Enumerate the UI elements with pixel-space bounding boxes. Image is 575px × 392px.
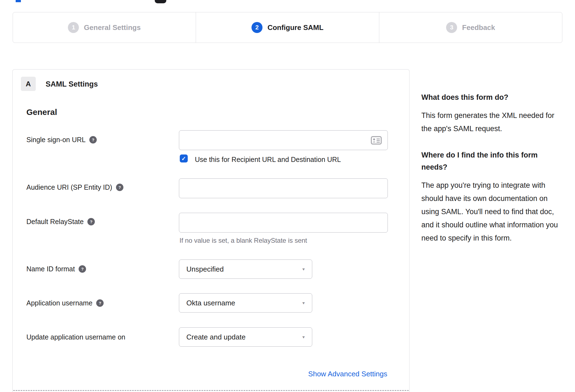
group-title-general: General [26,107,57,117]
help-question-title: Where do I find the info this form needs… [421,149,561,173]
contact-card-icon [371,136,382,146]
checkmark-icon: ✓ [181,155,186,162]
relaystate-hint: If no value is set, a blank RelayState i… [179,237,307,244]
help-icon[interactable]: ? [87,218,95,225]
default-relaystate-label: Default RelayState ? [26,218,95,226]
show-advanced-settings-link[interactable]: Show Advanced Settings [308,370,387,378]
single-sign-on-url-input[interactable] [179,130,388,150]
step-feedback[interactable]: 3 Feedback [379,12,562,43]
field-label-text: Application username [26,299,92,307]
help-icon[interactable]: ? [96,299,104,307]
field-label-text: Single sign-on URL [26,136,85,144]
help-icon[interactable]: ? [89,136,97,143]
field-label-text: Default RelayState [26,218,84,226]
application-username-select[interactable]: Okta username ▼ [179,293,312,313]
audience-uri-input[interactable] [179,178,388,198]
application-username-label: Application username ? [26,299,104,307]
section-divider [13,390,409,391]
chevron-down-icon: ▼ [302,267,306,271]
select-value: Okta username [186,299,235,307]
audience-uri-field [179,178,388,198]
field-label-text: Update application username on [26,333,125,341]
help-question-body: The app you're trying to integrate with … [421,179,561,245]
single-sign-on-url-field [179,130,388,150]
help-icon[interactable]: ? [116,184,123,191]
wizard-stepper: 1 General Settings 2 Configure SAML 3 Fe… [13,12,562,43]
panel-title: SAML Settings [46,80,98,89]
update-username-label: Update application username on [26,333,125,341]
step-label: Feedback [462,23,495,32]
field-label-text: Audience URI (SP Entity ID) [26,183,112,191]
chevron-down-icon: ▼ [302,335,306,339]
step-number-badge: 1 [68,22,79,33]
help-question-body: This form generates the XML needed for t… [421,109,561,135]
select-value: Create and update [186,333,245,341]
audience-uri-label: Audience URI (SP Entity ID) ? [26,183,123,191]
single-sign-on-url-label: Single sign-on URL ? [26,136,97,144]
select-value: Unspecified [186,265,224,274]
saml-settings-panel: A SAML Settings General Single sign-on U… [12,69,410,392]
recipient-url-checkbox[interactable]: ✓ [180,154,188,162]
field-label-text: Name ID format [26,265,75,273]
step-general-settings[interactable]: 1 General Settings [13,12,196,43]
help-sidebar: What does this form do? This form genera… [421,91,561,245]
logo-fragment-icon [16,0,21,2]
recipient-url-checkbox-label[interactable]: Use this for Recipient URL and Destinati… [195,156,341,164]
step-label: General Settings [84,23,141,32]
default-relaystate-input[interactable] [179,213,388,233]
update-username-select[interactable]: Create and update ▼ [179,327,312,347]
step-number-badge: 2 [251,22,262,33]
help-question-title: What does this form do? [421,91,561,103]
step-label: Configure SAML [267,23,324,32]
chevron-down-icon: ▼ [302,301,306,305]
step-number-badge: 3 [446,22,457,33]
name-id-format-label: Name ID format ? [26,265,86,273]
name-id-format-select[interactable]: Unspecified ▼ [179,260,312,279]
header-fragment-icon [155,0,166,3]
default-relaystate-field [179,213,388,233]
step-configure-saml[interactable]: 2 Configure SAML [196,12,379,43]
help-icon[interactable]: ? [79,265,86,273]
section-a-badge: A [21,77,36,91]
